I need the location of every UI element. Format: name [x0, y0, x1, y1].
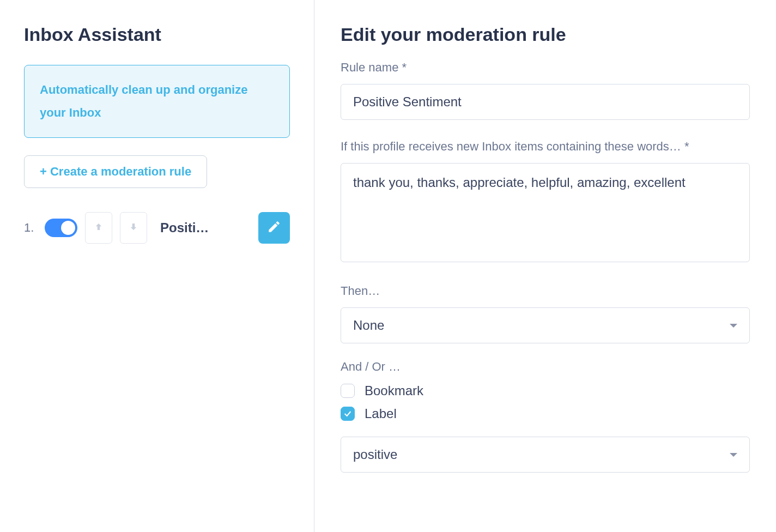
edit-rule-button[interactable]: [258, 212, 290, 244]
then-action-select[interactable]: None: [341, 307, 750, 343]
right-panel: Edit your moderation rule Rule name * If…: [314, 0, 776, 532]
rule-list-item: 1. Positi…: [24, 212, 290, 244]
arrow-up-icon: [94, 222, 104, 234]
then-label: Then…: [341, 282, 750, 300]
rule-name-input[interactable]: [341, 84, 750, 120]
label-checkbox[interactable]: [341, 407, 355, 421]
left-panel: Inbox Assistant Automatically clean up a…: [0, 0, 314, 532]
pencil-icon: [267, 220, 281, 236]
rule-enabled-toggle[interactable]: [45, 219, 77, 237]
chevron-down-icon: [730, 453, 737, 457]
bookmark-checkbox[interactable]: [341, 384, 355, 398]
keywords-textarea[interactable]: thank you, thanks, appreciate, helpful, …: [341, 163, 750, 262]
create-moderation-rule-button[interactable]: + Create a moderation rule: [24, 155, 207, 188]
bookmark-checkbox-label: Bookmark: [365, 383, 423, 398]
info-box: Automatically clean up and organize your…: [24, 65, 290, 138]
label-select[interactable]: positive: [341, 437, 750, 473]
edit-rule-title: Edit your moderation rule: [341, 24, 750, 45]
page-title: Inbox Assistant: [24, 24, 290, 45]
rule-name-label: Rule name *: [341, 58, 750, 76]
words-label: If this profile receives new Inbox items…: [341, 137, 750, 155]
rule-name-truncated: Positi…: [160, 220, 213, 235]
and-or-label: And / Or …: [341, 358, 750, 376]
label-select-value: positive: [353, 447, 397, 462]
chevron-down-icon: [730, 324, 737, 328]
move-up-button[interactable]: [85, 212, 112, 244]
label-checkbox-label: Label: [365, 406, 397, 421]
move-down-button[interactable]: [120, 212, 147, 244]
arrow-down-icon: [129, 222, 138, 234]
rule-index: 1.: [24, 221, 37, 235]
then-action-value: None: [353, 318, 384, 333]
